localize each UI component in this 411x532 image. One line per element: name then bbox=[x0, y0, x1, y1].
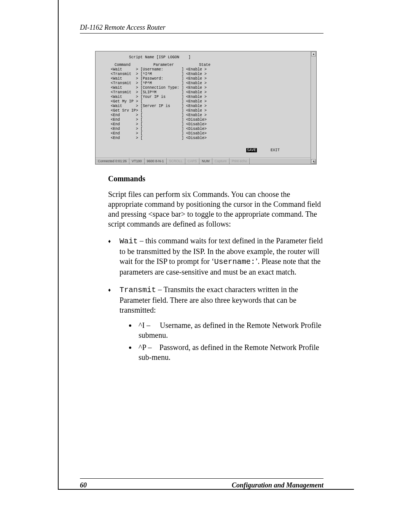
code-username: Username: bbox=[214, 257, 255, 266]
status-scroll: SCROLL bbox=[167, 158, 185, 164]
p-lead: ^P – bbox=[139, 343, 154, 351]
script-row: <Wait > [Username: ] <Enable > bbox=[111, 67, 311, 72]
script-row: <Get Srv IP> [ ] <Enable > bbox=[111, 109, 311, 113]
command-transmit: Transmit – Transmits the exact character… bbox=[108, 284, 323, 362]
status-fill bbox=[250, 158, 316, 164]
i-text: Username, as defined in the Remote Netwo… bbox=[139, 321, 321, 339]
sub-item-i: ^I – Username, as defined in the Remote … bbox=[136, 320, 323, 340]
p-text: Password, as defined in the Remote Netwo… bbox=[139, 343, 319, 361]
script-row: <End > [ ] <Disable> bbox=[111, 118, 311, 122]
status-connected: Connected 0:01:26 bbox=[96, 158, 129, 164]
column-headers: Command Parameter State bbox=[115, 63, 311, 67]
terminal-buttons: SAVE EXIT bbox=[96, 148, 311, 152]
col-state: State bbox=[199, 63, 210, 67]
page-sheet: DI-1162 Remote Access Router ▴ ▾ Script … bbox=[0, 0, 411, 532]
content-area: DI-1162 Remote Access Router ▴ ▾ Script … bbox=[58, 0, 354, 370]
save-button[interactable]: SAVE bbox=[246, 148, 257, 152]
script-row: <Get My IP > [ ] <Enable > bbox=[111, 99, 311, 104]
code-transmit: Transmit bbox=[119, 286, 156, 294]
status-terminal-type: VT100 bbox=[129, 158, 145, 164]
scroll-up-icon[interactable]: ▴ bbox=[311, 52, 316, 56]
transmit-sublist: ^I – Username, as defined in the Remote … bbox=[128, 320, 323, 362]
status-num: NUM bbox=[199, 158, 212, 164]
script-row: <Wait > [Your IP is ] <Enable > bbox=[111, 95, 311, 99]
i-lead: ^I – bbox=[139, 321, 152, 329]
script-row: <End > [ ] <Disable> bbox=[111, 122, 311, 127]
code-wait: Wait bbox=[119, 237, 138, 246]
footer-divider bbox=[80, 478, 323, 479]
command-wait: Wait – this command waits for text defin… bbox=[108, 236, 323, 277]
script-name-line: Script Name [ISP LOGON ] bbox=[129, 55, 311, 60]
script-row: <End > [ ] <Disable> bbox=[111, 131, 311, 136]
resize-grip-icon[interactable] bbox=[311, 159, 316, 164]
status-caps: CAPS bbox=[185, 158, 200, 164]
col-parameter: Parameter bbox=[153, 63, 174, 67]
script-row: <End > [ ] <Disable> bbox=[111, 127, 311, 131]
script-row: <Transmit > [^P^M ] <Enable > bbox=[111, 81, 311, 86]
command-list: Wait – this command waits for text defin… bbox=[108, 236, 323, 362]
document-header: DI-1162 Remote Access Router bbox=[80, 24, 323, 34]
status-print-echo: Print echo bbox=[229, 158, 250, 164]
footer-section: Configuration and Management bbox=[232, 481, 323, 489]
intro-paragraph: Script files can perform six Commands. Y… bbox=[108, 189, 321, 229]
sub-item-p: ^P – Password, as defined in the Remote … bbox=[136, 342, 323, 362]
section-heading: Commands bbox=[108, 174, 339, 183]
script-row: <Wait > [Server IP is ] <Enable > bbox=[111, 104, 311, 109]
status-capture: Capture bbox=[212, 158, 229, 164]
script-row: <Wait > [Connection Type: ] <Enable > bbox=[111, 86, 311, 90]
script-row: <Transmit > [SLIP^M ] <Enable > bbox=[111, 90, 311, 95]
page-number: 60 bbox=[80, 481, 87, 489]
page-footer: 60 Configuration and Management bbox=[80, 481, 323, 489]
script-row: <Transmit > [^I^M ] <Enable > bbox=[111, 72, 311, 77]
terminal-window: ▴ ▾ Script Name [ISP LOGON ] Command Par… bbox=[95, 51, 317, 165]
status-baud: 9600 8-N-1 bbox=[145, 158, 167, 164]
terminal-status-bar: Connected 0:01:26 VT100 9600 8-N-1 SCROL… bbox=[96, 158, 316, 164]
script-row: <End > [ ] <Enable > bbox=[111, 113, 311, 118]
exit-button[interactable]: EXIT bbox=[270, 148, 280, 152]
script-row: <Wait > [Password: ] <Enable > bbox=[111, 77, 311, 81]
scrollbar[interactable]: ▴ ▾ bbox=[311, 51, 316, 164]
script-row: <End > [ ] <Disable> bbox=[111, 136, 311, 141]
terminal-body: Script Name [ISP LOGON ] Command Paramet… bbox=[96, 51, 311, 158]
col-command: Command bbox=[115, 63, 131, 67]
